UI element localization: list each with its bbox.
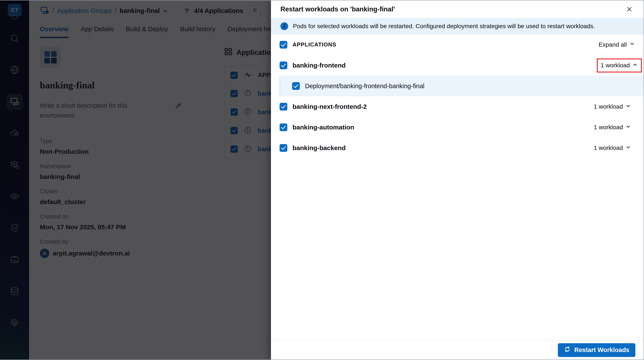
- info-banner: i Pods for selected workloads will be re…: [271, 18, 644, 34]
- restart-workloads-drawer: Restart workloads on 'banking-final' i P…: [271, 0, 644, 360]
- workload-child-row[interactable]: Deployment/banking-frontend-banking-fina…: [280, 76, 644, 96]
- workload-count-toggle[interactable]: 1 workload: [597, 58, 642, 72]
- workload-count-label: 1 workload: [594, 124, 623, 131]
- workload-count-label: 1 workload: [594, 145, 623, 151]
- restart-icon: [564, 346, 571, 354]
- restart-button-label: Restart Workloads: [574, 347, 629, 354]
- chevron-down-icon: [629, 41, 635, 48]
- workload-app-row[interactable]: banking-frontend 1 workload: [271, 55, 644, 76]
- info-banner-text: Pods for selected workloads will be rest…: [293, 23, 595, 30]
- drawer-header: Restart workloads on 'banking-final': [271, 0, 644, 18]
- app-checkbox[interactable]: [280, 103, 287, 111]
- workload-count-label: 1 workload: [594, 103, 623, 110]
- select-all-row: APPLICATIONS Expand all: [271, 34, 644, 55]
- workload-checkbox[interactable]: [292, 82, 300, 90]
- chevron-up-icon: [632, 62, 638, 69]
- drawer-footer: Restart Workloads: [271, 340, 644, 360]
- chevron-down-icon: [626, 124, 631, 131]
- drawer-body-spacer: [271, 158, 644, 340]
- app-checkbox[interactable]: [280, 123, 287, 131]
- workload-count-toggle[interactable]: 1 workload: [590, 120, 635, 134]
- chevron-down-icon: [626, 103, 631, 110]
- app-name: banking-next-frontend-2: [292, 103, 367, 110]
- workload-count-toggle[interactable]: 1 workload: [590, 141, 635, 155]
- drawer-title: Restart workloads on 'banking-final': [280, 5, 395, 13]
- workload-app-row[interactable]: banking-automation 1 workload: [271, 117, 644, 138]
- app-checkbox[interactable]: [280, 144, 287, 152]
- app-checkbox[interactable]: [280, 61, 287, 69]
- app-name: banking-frontend: [292, 62, 346, 69]
- close-icon[interactable]: [624, 4, 634, 14]
- workload-app-row[interactable]: banking-backend 1 workload: [271, 138, 644, 158]
- info-icon: i: [280, 22, 288, 30]
- restart-workloads-button[interactable]: Restart Workloads: [558, 343, 636, 357]
- select-all-label: APPLICATIONS: [292, 41, 336, 48]
- workload-count-label: 1 workload: [601, 62, 630, 69]
- workload-count-toggle[interactable]: 1 workload: [590, 100, 635, 114]
- expand-all-label: Expand all: [598, 41, 627, 48]
- app-name: banking-automation: [292, 124, 354, 131]
- workload-name: Deployment/banking-frontend-banking-fina…: [305, 83, 424, 90]
- app-name: banking-backend: [292, 144, 346, 152]
- expand-all-button[interactable]: Expand all: [598, 41, 635, 48]
- select-all-checkbox[interactable]: [280, 41, 287, 49]
- chevron-down-icon: [626, 145, 631, 152]
- workload-app-row[interactable]: banking-next-frontend-2 1 workload: [271, 96, 644, 117]
- modal-dim-overlay[interactable]: [0, 0, 271, 360]
